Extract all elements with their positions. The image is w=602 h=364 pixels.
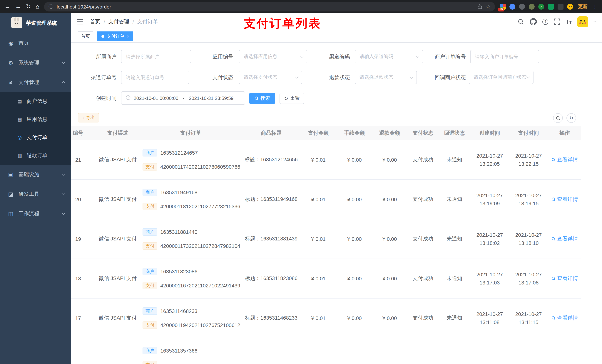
column-header-8: 回调状态 xyxy=(439,126,470,140)
browser-back-icon[interactable]: ← xyxy=(4,4,10,10)
filter-app-select[interactable]: 请选择应用信息 xyxy=(239,50,307,63)
filter-label-channel-order-no: 渠道订单号 xyxy=(76,71,117,84)
user-avatar[interactable] xyxy=(577,16,588,27)
bookmark-star-icon[interactable]: ☆ xyxy=(486,4,491,10)
browser-forward-icon[interactable]: → xyxy=(15,4,21,10)
browser-update-button[interactable]: 更新 xyxy=(578,3,588,10)
sidebar-item-home[interactable]: ◉ 首页 xyxy=(0,33,71,53)
refresh-table-button[interactable]: ↻ xyxy=(567,113,576,123)
filter-label-merchant-order-no: 商户订单编号 xyxy=(425,50,466,63)
cell-notify: 未通知 xyxy=(439,259,470,298)
cell-id xyxy=(71,338,97,364)
cell-amount xyxy=(300,338,337,364)
search-button[interactable]: 搜索 xyxy=(249,93,275,104)
table-row: 商户1635311357366支付 xyxy=(71,338,581,364)
cell-pay: 2021-10-2713:17:08 xyxy=(509,259,548,298)
profile-avatar-icon[interactable] xyxy=(567,4,573,10)
sidebar-item-workflow[interactable]: ◫ 工作流程 xyxy=(0,204,71,223)
site-info-icon[interactable]: ⓘ xyxy=(49,3,53,10)
help-icon[interactable]: ? xyxy=(542,19,548,25)
pay-tag: 支付 xyxy=(142,242,157,250)
extension-icon[interactable] xyxy=(529,4,535,10)
filter-refund-status-select[interactable]: 请选择退款状态 xyxy=(355,71,417,84)
view-detail-link[interactable]: 查看详情 xyxy=(551,236,578,242)
extension-icon[interactable]: ✓ xyxy=(538,4,544,10)
table-row: 17微信 JSAPI 支付商户1635311468233支付4200001194… xyxy=(71,299,581,338)
create-time-range-picker[interactable]: 2021-10-01 00:00:00 - 2021-10-31 23:59:5… xyxy=(121,91,245,105)
breadcrumb-payment[interactable]: 支付管理 xyxy=(108,18,129,25)
search-toggle-button[interactable] xyxy=(553,113,563,123)
extension-icon[interactable] xyxy=(509,4,515,10)
cell-order: 商户1635311881440支付42000011732021102728479… xyxy=(139,219,243,259)
cell-pay: 2021-10-2713:19:15 xyxy=(509,180,548,219)
hamburger-icon[interactable] xyxy=(77,19,83,24)
github-icon[interactable] xyxy=(530,18,537,25)
breadcrumb-current: 支付订单 xyxy=(137,18,158,25)
chevron-down-icon xyxy=(416,54,420,58)
merchant-tag: 商户 xyxy=(142,307,157,315)
filter-pay-status-select[interactable]: 请选择支付状态 xyxy=(239,71,302,84)
grid-icon: ▦ xyxy=(16,116,23,122)
sidebar-item-refund-order[interactable]: ▥ 退款订单 xyxy=(0,146,71,165)
sidebar-menu: ◉ 首页 ⚙ 系统管理 ¥ 支付管理 ▤ 商户信息 ▦ 应用信息 xyxy=(0,33,71,223)
sidebar-item-label: 应用信息 xyxy=(27,116,47,123)
view-detail-link[interactable]: 查看详情 xyxy=(551,156,578,163)
tab-close-icon[interactable]: × xyxy=(127,34,129,39)
merchant-tag: 商户 xyxy=(142,228,157,236)
table-row: 18微信 JSAPI 支付商户1635311823086支付4200001167… xyxy=(71,259,581,299)
export-button[interactable]: ↓ 导出 xyxy=(78,113,99,123)
browser-menu-icon[interactable]: ⋮ xyxy=(592,4,598,9)
extension-badge: 10 xyxy=(498,8,504,11)
app-logo[interactable]: 芋道管理系统 xyxy=(0,13,71,33)
cell-notify: 未通知 xyxy=(439,180,470,219)
extension-pin-icon[interactable] xyxy=(558,4,563,10)
share-icon[interactable] xyxy=(477,4,483,9)
view-detail-link[interactable]: 查看详情 xyxy=(551,196,578,203)
cell-create: 2021-10-2713:17:03 xyxy=(470,259,509,298)
column-header-1: 支付渠道 xyxy=(97,126,139,140)
browser-reload-icon[interactable]: ↻ xyxy=(26,4,31,10)
breadcrumb-home[interactable]: 首页 xyxy=(90,18,100,25)
sidebar-item-infrastructure[interactable]: ▣ 基础设施 xyxy=(0,165,71,184)
cell-action: 查看详情 xyxy=(548,140,581,179)
sidebar-item-app-info[interactable]: ▦ 应用信息 xyxy=(0,110,71,128)
view-detail-link[interactable]: 查看详情 xyxy=(551,315,578,322)
screen: ← → ↻ ⌂ ⓘ localhost:1024/pay/order ☆ 10 … xyxy=(0,0,602,364)
font-size-icon[interactable]: TT xyxy=(566,18,572,25)
merchant-tag: 商户 xyxy=(142,149,157,156)
sidebar-item-merchant-info[interactable]: ▤ 商户信息 xyxy=(0,92,71,110)
address-bar[interactable]: ⓘ localhost:1024/pay/order ☆ xyxy=(44,2,495,11)
browser-toolbar: ← → ↻ ⌂ ⓘ localhost:1024/pay/order ☆ 10 … xyxy=(0,0,602,13)
tab-pay-order[interactable]: 支付订单 × xyxy=(97,31,133,41)
tab-home[interactable]: 首页 xyxy=(78,31,93,41)
chevron-down-icon xyxy=(295,75,299,79)
search-icon[interactable] xyxy=(517,18,524,25)
sidebar-item-label: 系统管理 xyxy=(19,59,39,66)
filter-channel-order-no-input[interactable] xyxy=(121,71,189,84)
sidebar-item-payment[interactable]: ¥ 支付管理 xyxy=(0,73,71,92)
column-header-6: 退款金额 xyxy=(372,126,407,140)
filter-channel-code-select[interactable]: 请输入渠道编码 xyxy=(355,50,423,63)
sidebar-item-label: 商户信息 xyxy=(27,98,47,104)
browser-home-icon[interactable]: ⌂ xyxy=(36,4,39,10)
table-header-row: 编号支付渠道支付订单商品标题支付金额手续金额退款金额支付状态回调状态创建时间支付… xyxy=(71,126,581,140)
dashboard-icon: ◉ xyxy=(7,40,14,46)
sidebar-item-pay-order[interactable]: ◎ 支付订单 xyxy=(0,128,71,146)
cell-notify: 未通知 xyxy=(439,299,470,338)
cell-pay xyxy=(509,338,548,364)
sidebar-item-system[interactable]: ⚙ 系统管理 xyxy=(0,53,71,73)
filter-merchant-input[interactable] xyxy=(121,50,191,63)
avatar-dropdown-icon[interactable] xyxy=(593,20,597,23)
extension-icon[interactable]: 10 xyxy=(500,4,506,10)
fullscreen-icon[interactable] xyxy=(554,19,560,25)
filter-merchant-order-no-input[interactable] xyxy=(470,50,539,63)
cell-channel: 微信 JSAPI 支付 xyxy=(97,140,139,179)
filter-notify-status-select[interactable]: 请选择订单回调商户状态 xyxy=(469,71,534,84)
cell-action: 查看详情 xyxy=(548,299,581,338)
chevron-down-icon xyxy=(62,172,65,175)
extension-icon[interactable] xyxy=(548,4,554,10)
view-detail-link[interactable]: 查看详情 xyxy=(551,275,578,282)
sidebar-item-devtools[interactable]: ◪ 研发工具 xyxy=(0,184,71,204)
extension-icon[interactable] xyxy=(519,4,525,10)
reset-button[interactable]: ↻ 重置 xyxy=(280,93,304,104)
